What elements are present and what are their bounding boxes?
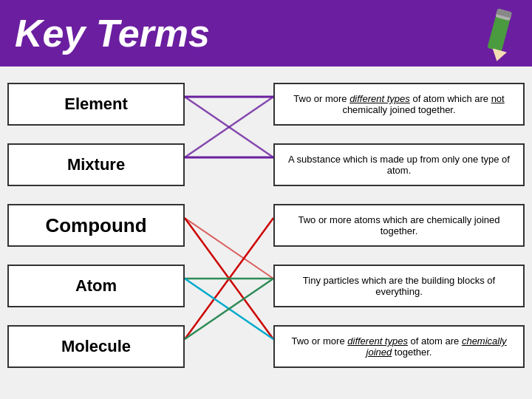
pencil-icon — [480, 6, 517, 61]
term-box-compound: Compound — [7, 204, 185, 247]
page-title: Key Terms — [15, 11, 210, 55]
def-box-atom: Tiny particles which are the building bl… — [273, 265, 525, 307]
term-box-atom: Atom — [7, 265, 185, 307]
row-atom: Atom Tiny particles which are the buildi… — [0, 256, 532, 316]
row-element: Element Two or more different types of a… — [0, 74, 532, 134]
def-box-mixture: A substance which is made up from only o… — [273, 143, 525, 186]
row-molecule: Molecule Two or more different types of … — [0, 316, 532, 377]
def-box-element: Two or more different types of atom whic… — [273, 83, 525, 126]
term-box-mixture: Mixture — [7, 143, 185, 186]
content-area: Element Two or more different types of a… — [0, 66, 532, 399]
def-box-compound: Two or more atoms which are chemically j… — [273, 204, 525, 247]
row-mixture: Mixture A substance which is made up fro… — [0, 134, 532, 195]
term-box-element: Element — [7, 83, 185, 126]
header: Key Terms — [0, 0, 532, 66]
svg-marker-2 — [490, 49, 507, 61]
term-box-molecule: Molecule — [7, 325, 185, 368]
def-box-molecule: Two or more different types of atom are … — [273, 325, 525, 368]
row-compound: Compound Two or more atoms which are che… — [0, 195, 532, 256]
